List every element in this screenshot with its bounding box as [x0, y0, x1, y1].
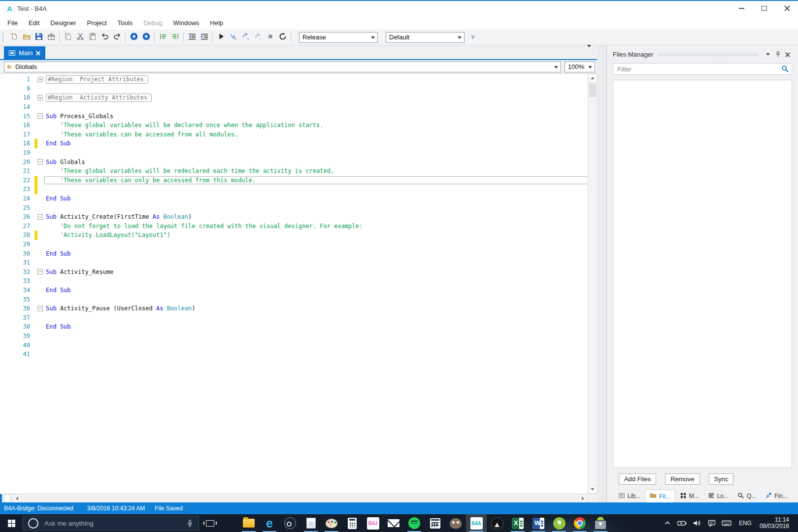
taskbar-app-b4j[interactable]: B4J — [363, 514, 383, 532]
taskbar-app-b4a[interactable]: B4A — [466, 514, 487, 532]
taskbar-app-calculator[interactable] — [342, 514, 363, 532]
taskbar-app-edge[interactable]: e — [259, 514, 280, 532]
redo-button[interactable] — [111, 32, 123, 43]
tab-main[interactable]: Main — [4, 46, 45, 59]
expand-icon[interactable]: + — [37, 77, 43, 82]
scroll-right-button[interactable] — [578, 494, 587, 502]
paste-button[interactable] — [86, 32, 99, 43]
code-lines[interactable]: 1+#Region Project Attributes910+#Region … — [0, 74, 588, 494]
add-files-button[interactable]: Add Files — [619, 473, 656, 485]
chevron-up-button[interactable] — [660, 514, 675, 532]
scroll-up-button[interactable] — [588, 74, 597, 82]
open-project-button[interactable] — [20, 32, 33, 43]
code-line-23[interactable]: 23 — [0, 185, 588, 194]
uncomment-button[interactable] — [169, 32, 181, 43]
package-button[interactable] — [45, 32, 57, 43]
scroll-left-button[interactable] — [12, 494, 21, 502]
restart-button[interactable] — [276, 32, 289, 43]
cut-button[interactable] — [74, 32, 86, 43]
tab-close-icon[interactable] — [36, 51, 40, 55]
code-line-26[interactable]: 26−Sub Activity_Create(FirstTime As Bool… — [0, 212, 588, 222]
task-view-button[interactable] — [199, 514, 221, 532]
taskbar-app-mail[interactable] — [383, 514, 404, 532]
tab-list-dropdown[interactable] — [587, 47, 591, 56]
code-line-35[interactable]: 35 — [0, 295, 588, 304]
panel-close-button[interactable] — [783, 50, 792, 59]
notification-button[interactable] — [704, 514, 719, 532]
collapse-icon[interactable]: − — [37, 214, 43, 220]
code-line-41[interactable]: 41 — [0, 350, 588, 359]
back-button[interactable] — [128, 32, 140, 43]
code-line-18[interactable]: 18End Sub — [0, 139, 588, 148]
remove-button[interactable]: Remove — [665, 473, 699, 485]
code-line-21[interactable]: 21 'These global variables will be redec… — [0, 166, 588, 176]
code-line-22[interactable]: 22 'These variables can only be accessed… — [0, 176, 588, 185]
volume-button[interactable] — [690, 514, 704, 532]
taskbar-app-steam[interactable] — [280, 514, 300, 532]
expand-icon[interactable]: + — [37, 95, 43, 100]
code-line-16[interactable]: 16 'These global variables will be decla… — [0, 121, 588, 130]
battery-button[interactable] — [675, 514, 690, 532]
code-line-9[interactable]: 9 — [0, 84, 588, 94]
comment-button[interactable] — [157, 32, 169, 43]
panel-drag-texture[interactable] — [658, 53, 759, 57]
code-line-29[interactable]: 29 — [0, 240, 588, 249]
copy-button[interactable] — [62, 32, 74, 43]
scrollbar-thumb[interactable] — [589, 83, 597, 97]
files-list[interactable] — [613, 80, 792, 468]
menu-tools[interactable]: Tools — [112, 17, 138, 29]
collapse-icon[interactable]: − — [37, 269, 43, 274]
save-button[interactable] — [33, 32, 45, 43]
taskbar-app-chrome[interactable] — [569, 514, 590, 532]
forward-button[interactable] — [140, 32, 152, 43]
menu-windows[interactable]: Windows — [168, 17, 205, 29]
zoom-select[interactable]: 100% — [565, 62, 595, 72]
code-line-32[interactable]: 32−Sub Activity_Resume — [0, 267, 588, 276]
new-file-button[interactable] — [8, 32, 20, 43]
taskbar-app-apk-installer[interactable] — [590, 514, 611, 532]
keyboard-button[interactable] — [719, 514, 734, 532]
collapse-icon[interactable]: − — [37, 306, 43, 311]
microphone-icon[interactable] — [186, 519, 194, 528]
profile-select[interactable]: Default — [386, 32, 465, 43]
panel-tab-q[interactable]: Q... — [733, 490, 761, 502]
search-icon[interactable] — [781, 65, 789, 75]
indent-decrease-button[interactable] — [186, 32, 198, 43]
panel-tab-fin[interactable]: Fin... — [761, 490, 792, 502]
menu-edit[interactable]: Edit — [23, 17, 45, 29]
close-button[interactable] — [775, 1, 798, 16]
code-line-33[interactable]: 33 — [0, 276, 588, 286]
horizontal-scrollbar[interactable] — [0, 494, 597, 502]
menu-help[interactable]: Help — [204, 17, 229, 29]
panel-splitter[interactable] — [597, 45, 606, 502]
build-config-select[interactable]: Release — [299, 32, 378, 43]
taskbar-app-spotify[interactable] — [404, 514, 425, 532]
region-box[interactable]: #Region Project Attributes — [46, 75, 148, 84]
code-line-34[interactable]: 34End Sub — [0, 286, 588, 295]
step-over-button[interactable] — [239, 32, 252, 43]
code-line-19[interactable]: 19 — [0, 148, 588, 158]
panel-tab-lo[interactable]: Lo... — [703, 490, 733, 502]
menu-designer[interactable]: Designer — [45, 17, 81, 29]
splitter-box[interactable] — [4, 494, 10, 502]
taskbar-app-unity[interactable] — [487, 514, 507, 532]
taskbar-app-calendar[interactable] — [425, 514, 445, 532]
taskbar-app-paint[interactable] — [321, 514, 342, 532]
code-line-37[interactable]: 37 — [0, 313, 588, 322]
code-line-27[interactable]: 27 'Do not forget to load the layout fil… — [0, 222, 588, 231]
stop-button[interactable] — [264, 32, 276, 43]
taskbar-app-gimp[interactable] — [445, 514, 466, 532]
taskbar-app-word[interactable]: W — [528, 514, 549, 532]
menu-file[interactable]: File — [2, 17, 23, 29]
collapse-icon[interactable]: − — [37, 113, 43, 119]
code-line-17[interactable]: 17 'These variables can be accessed from… — [0, 130, 588, 139]
clock[interactable]: 11:14 08/03/2016 — [757, 517, 795, 530]
code-line-40[interactable]: 40 — [0, 340, 588, 350]
code-line-24[interactable]: 24End Sub — [0, 194, 588, 203]
code-line-15[interactable]: 15−Sub Process_Globals — [0, 111, 588, 121]
panel-tab-m[interactable]: M... — [675, 490, 703, 502]
filter-input[interactable] — [613, 63, 792, 75]
files-manager-header[interactable]: Files Manager — [613, 48, 792, 60]
step-out-button[interactable] — [252, 32, 264, 43]
start-button[interactable] — [0, 514, 23, 532]
